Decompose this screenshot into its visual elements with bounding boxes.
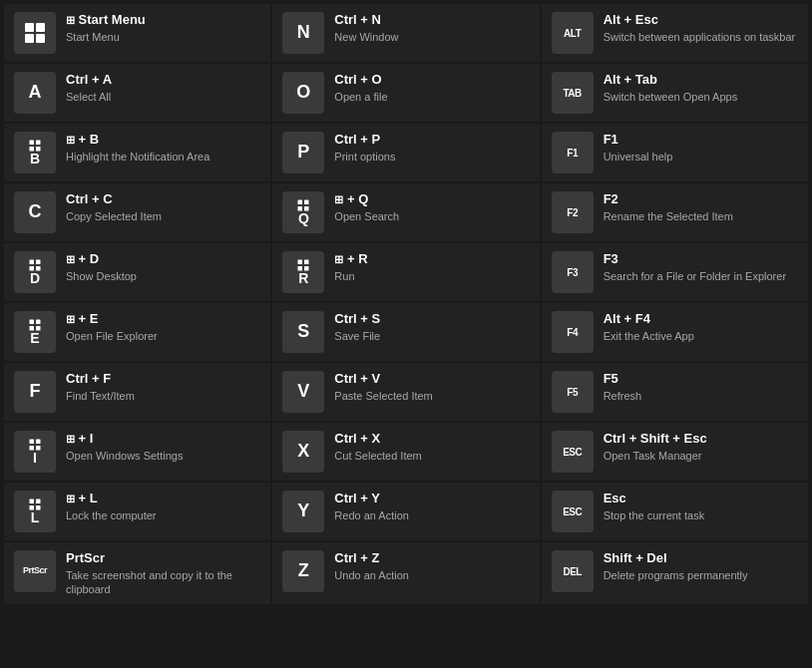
key-badge: ESC bbox=[552, 491, 594, 532]
shortcut-combo: Esc bbox=[604, 491, 705, 507]
key-badge: Z bbox=[282, 550, 324, 592]
shortcut-desc: Stop the current task bbox=[604, 508, 705, 522]
shortcut-desc: Universal help bbox=[604, 150, 673, 164]
shortcut-text: PrtScrTake screenshot and copy it to the… bbox=[66, 550, 260, 596]
svg-rect-21 bbox=[36, 320, 41, 325]
shortcut-desc: Search for a File or Folder in Explorer bbox=[604, 269, 786, 283]
key-badge: F5 bbox=[552, 371, 594, 413]
shortcut-combo: Ctrl + A bbox=[66, 72, 112, 89]
shortcut-item: ⊞ Start MenuStart Menu bbox=[4, 4, 270, 62]
shortcut-text: Ctrl + FFind Text/Item bbox=[66, 371, 135, 403]
shortcut-combo: ⊞ + B bbox=[66, 132, 209, 149]
shortcut-desc: Highlight the Notification Area bbox=[66, 150, 209, 164]
shortcut-combo: Ctrl + F bbox=[66, 371, 135, 388]
shortcut-desc: Switch between Open Apps bbox=[604, 90, 738, 104]
svg-rect-29 bbox=[36, 500, 41, 504]
shortcut-text: Alt + F4Exit the Active App bbox=[604, 311, 694, 343]
svg-rect-16 bbox=[298, 260, 303, 265]
shortcut-desc: Cut Selected Item bbox=[334, 449, 421, 463]
key-badge: N bbox=[282, 12, 324, 54]
shortcut-item: E ⊞ + EOpen File Explorer bbox=[4, 303, 270, 361]
shortcut-text: Shift + DelDelete programs permanently bbox=[604, 550, 748, 582]
shortcut-text: F2Rename the Selected Item bbox=[604, 191, 733, 223]
shortcut-item: ACtrl + ASelect All bbox=[4, 64, 270, 122]
key-badge: ALT bbox=[552, 12, 594, 54]
shortcut-item: L ⊞ + LLock the computer bbox=[4, 483, 270, 540]
shortcut-text: ⊞ + LLock the computer bbox=[66, 491, 157, 522]
key-badge: V bbox=[282, 371, 324, 413]
shortcut-item: TABAlt + TabSwitch between Open Apps bbox=[542, 64, 808, 122]
svg-rect-25 bbox=[36, 440, 41, 445]
shortcut-item: PCtrl + PPrint options bbox=[272, 124, 539, 181]
shortcut-desc: Delete programs permanently bbox=[604, 568, 748, 582]
shortcut-item: R ⊞ + RRun bbox=[272, 243, 539, 301]
shortcut-item: OCtrl + OOpen a file bbox=[272, 64, 539, 122]
shortcut-combo: Ctrl + P bbox=[334, 132, 395, 149]
shortcut-desc: Redo an Action bbox=[334, 508, 409, 522]
shortcut-item: F4Alt + F4Exit the Active App bbox=[542, 303, 808, 361]
shortcut-desc: Take screenshot and copy it to the clipb… bbox=[66, 568, 260, 597]
shortcut-desc: Open Windows Settings bbox=[66, 449, 183, 463]
shortcut-text: Alt + TabSwitch between Open Apps bbox=[604, 72, 738, 104]
shortcut-item: D ⊞ + DShow Desktop bbox=[4, 243, 270, 301]
shortcut-item: YCtrl + YRedo an Action bbox=[272, 483, 539, 540]
svg-rect-8 bbox=[298, 200, 303, 205]
shortcut-item: FCtrl + FFind Text/Item bbox=[4, 363, 270, 421]
shortcut-combo: Ctrl + N bbox=[334, 12, 398, 29]
key-badge: C bbox=[14, 191, 56, 233]
shortcut-combo: ⊞ + D bbox=[66, 251, 137, 268]
key-badge: A bbox=[14, 72, 56, 114]
shortcut-item: F3F3Search for a File or Folder in Explo… bbox=[542, 243, 808, 301]
shortcut-text: Ctrl + OOpen a file bbox=[334, 72, 387, 104]
shortcut-combo: ⊞ + R bbox=[334, 251, 367, 268]
shortcut-combo: F5 bbox=[604, 371, 642, 388]
svg-rect-1 bbox=[36, 23, 45, 32]
shortcut-text: Ctrl + CCopy Selected Item bbox=[66, 191, 162, 223]
shortcut-text: ⊞ + IOpen Windows Settings bbox=[66, 431, 183, 463]
key-badge: S bbox=[282, 311, 324, 353]
shortcut-desc: Start Menu bbox=[66, 30, 146, 44]
shortcut-item: VCtrl + VPaste Selected Item bbox=[272, 363, 539, 421]
svg-rect-5 bbox=[36, 141, 41, 146]
key-badge: PrtScr bbox=[14, 550, 56, 592]
shortcut-desc: Run bbox=[334, 269, 367, 283]
key-badge: F1 bbox=[552, 132, 594, 173]
shortcut-text: F3Search for a File or Folder in Explore… bbox=[604, 251, 786, 283]
shortcut-text: Ctrl + Shift + EscOpen Task Manager bbox=[604, 431, 707, 463]
shortcut-combo: F1 bbox=[604, 132, 673, 149]
shortcut-text: F1Universal help bbox=[604, 132, 673, 164]
shortcut-item: Q ⊞ + QOpen Search bbox=[272, 183, 539, 241]
shortcut-item: CCtrl + CCopy Selected Item bbox=[4, 183, 270, 241]
shortcut-combo: Ctrl + C bbox=[66, 191, 162, 208]
shortcut-combo: F3 bbox=[604, 251, 786, 268]
key-badge: ESC bbox=[552, 431, 594, 473]
shortcut-text: Ctrl + SSave File bbox=[334, 311, 380, 343]
shortcut-combo: Ctrl + Y bbox=[334, 491, 409, 507]
shortcut-desc: Lock the computer bbox=[66, 508, 157, 522]
shortcut-combo: Ctrl + V bbox=[334, 371, 432, 388]
shortcut-text: Ctrl + XCut Selected Item bbox=[334, 431, 421, 463]
shortcut-item: XCtrl + XCut Selected Item bbox=[272, 423, 539, 481]
shortcut-text: ⊞ + QOpen Search bbox=[334, 191, 399, 223]
shortcut-item: NCtrl + NNew Window bbox=[272, 4, 539, 62]
key-badge: F3 bbox=[552, 251, 594, 293]
shortcut-desc: Save File bbox=[334, 329, 380, 343]
shortcut-desc: Print options bbox=[334, 150, 395, 164]
shortcut-text: Alt + EscSwitch between applications on … bbox=[604, 12, 796, 44]
shortcut-combo: ⊞ + Q bbox=[334, 191, 399, 208]
shortcut-text: ⊞ Start MenuStart Menu bbox=[66, 12, 146, 44]
shortcut-combo: Ctrl + S bbox=[334, 311, 380, 328]
key-badge: B bbox=[14, 132, 56, 173]
shortcut-combo: Alt + Esc bbox=[604, 12, 796, 29]
key-badge: Q bbox=[282, 191, 324, 233]
key-badge: X bbox=[282, 431, 324, 473]
shortcut-combo: Alt + Tab bbox=[604, 72, 738, 89]
key-badge: E bbox=[14, 311, 56, 353]
shortcut-item: PrtScrPrtScrTake screenshot and copy it … bbox=[4, 542, 270, 604]
svg-rect-17 bbox=[304, 260, 309, 265]
shortcut-item: ESCCtrl + Shift + EscOpen Task Manager bbox=[542, 423, 808, 481]
shortcut-desc: Open Search bbox=[334, 209, 399, 223]
shortcut-item: DELShift + DelDelete programs permanentl… bbox=[542, 542, 808, 604]
svg-rect-0 bbox=[25, 23, 34, 32]
shortcut-item: SCtrl + SSave File bbox=[272, 303, 539, 361]
